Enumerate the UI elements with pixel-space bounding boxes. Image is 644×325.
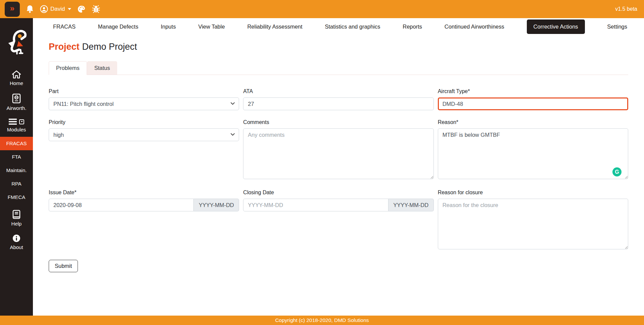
nav-item-manage-defects[interactable]: Manage Defects <box>98 24 138 30</box>
nav-item-statistics-and-graphics[interactable]: Statistics and graphics <box>325 24 380 30</box>
nav-item-corrective-actions[interactable]: Corrective Actions <box>527 19 585 34</box>
sidebar-item-label: Help <box>11 221 22 227</box>
sidebar-item-about[interactable]: About <box>0 231 33 254</box>
nav-item-reports[interactable]: Reports <box>403 24 422 30</box>
nav-item-view-table[interactable]: View Table <box>198 24 225 30</box>
top-bar: » David v1.5 beta <box>0 0 644 18</box>
field-ata: ATA <box>243 88 433 110</box>
sidebar-item-label: Modules <box>7 127 26 132</box>
field-part: Part PN11: Pitch flight control <box>49 88 239 110</box>
ata-input[interactable] <box>243 97 433 110</box>
sidebar-item-label: About <box>10 244 23 250</box>
sidebar-item-label: RPA <box>11 181 21 187</box>
sidebar-item-label: FTA <box>12 154 21 160</box>
book-icon <box>12 210 21 219</box>
page-title-prefix: Project <box>49 42 80 52</box>
comments-label: Comments <box>243 119 433 125</box>
sidebar-item-label: Home <box>10 80 23 86</box>
passport-icon <box>12 93 21 104</box>
grammarly-icon[interactable]: G <box>612 167 622 176</box>
comments-textarea[interactable] <box>243 128 433 179</box>
nav-item-reliability-assessment[interactable]: Reliability Assessment <box>247 24 302 30</box>
footer: Copyright (c) 2018-2020, DMD Solutions <box>0 316 644 325</box>
dropdown-caret-icon[interactable] <box>19 119 24 124</box>
tab-problems[interactable]: Problems <box>49 61 87 75</box>
sidebar-item-help[interactable]: Help <box>0 207 33 231</box>
sidebar-item-rpa[interactable]: RPA <box>0 177 33 191</box>
nav-item-fracas[interactable]: FRACAS <box>53 24 76 30</box>
sidebar-item-label: Maintain. <box>6 167 27 173</box>
sidebar: Home Airworth. Modules FRACAS FTA Mainta… <box>0 18 33 316</box>
bug-icon <box>92 5 100 13</box>
closing-date-label: Closing Date <box>243 190 433 196</box>
debug-button[interactable] <box>92 5 100 13</box>
tab-status[interactable]: Status <box>87 61 118 75</box>
field-closing-date: Closing Date YYYY-MM-DD <box>243 190 433 211</box>
palette-icon <box>77 5 86 13</box>
sidebar-item-home[interactable]: Home <box>0 67 33 90</box>
problem-form: Part PN11: Pitch flight control ATA Airc… <box>49 88 628 272</box>
sidebar-item-fracas[interactable]: FRACAS <box>0 137 33 150</box>
submit-row: Submit <box>49 260 239 272</box>
closing-date-input[interactable] <box>243 199 388 211</box>
main-area: FRACAS Manage Defects Inputs View Table … <box>33 18 644 316</box>
version-label: v1.5 beta <box>615 6 637 12</box>
bell-icon <box>26 5 34 13</box>
sidebar-item-airworthiness[interactable]: Airworth. <box>0 90 33 115</box>
field-priority: Priority high <box>49 119 239 141</box>
closing-date-format-addon: YYYY-MM-DD <box>388 199 434 211</box>
closure-reason-textarea[interactable] <box>438 199 628 249</box>
field-aircraft-type: Aircraft Type* <box>438 88 628 110</box>
priority-select[interactable]: high <box>49 128 239 141</box>
sidebar-item-modules[interactable]: Modules <box>0 115 33 137</box>
sidebar-item-fta[interactable]: FTA <box>0 150 33 164</box>
nav-item-settings[interactable]: Settings <box>607 24 627 30</box>
field-closure-reason: Reason for closure <box>438 190 628 251</box>
part-label: Part <box>49 88 239 94</box>
nav-item-inputs[interactable]: Inputs <box>161 24 176 30</box>
theme-button[interactable] <box>77 5 86 13</box>
field-issue-date: Issue Date* YYYY-MM-DD <box>49 190 239 211</box>
part-select[interactable]: PN11: Pitch flight control <box>49 97 239 110</box>
user-icon <box>40 5 48 13</box>
tab-strip: Problems Status <box>49 61 628 75</box>
home-icon <box>12 70 21 79</box>
sidebar-item-label: FRACAS <box>6 140 27 146</box>
issue-date-label: Issue Date* <box>49 190 239 196</box>
nav-item-continued-airworthiness[interactable]: Continued Airworthiness <box>445 24 504 30</box>
field-reason: Reason* MTBF is below GMTBF G <box>438 119 628 180</box>
caret-down-icon <box>68 8 71 10</box>
sidebar-item-fmeca[interactable]: FMECA <box>0 191 33 204</box>
aircraft-type-label: Aircraft Type* <box>438 88 628 94</box>
ata-label: ATA <box>243 88 433 94</box>
user-menu[interactable]: David <box>40 5 71 13</box>
priority-label: Priority <box>49 119 239 125</box>
app-logo[interactable] <box>4 28 29 56</box>
logo-bird-icon <box>4 28 29 56</box>
menu-icon <box>9 118 17 125</box>
collapse-chevrons-icon: » <box>10 4 14 12</box>
closure-reason-label: Reason for closure <box>438 190 628 196</box>
issue-date-format-addon: YYYY-MM-DD <box>194 199 239 211</box>
field-comments: Comments <box>243 119 433 180</box>
info-icon <box>12 234 21 243</box>
page-content: ProjectDemo Project Problems Status Part… <box>33 42 644 272</box>
aircraft-type-input[interactable] <box>438 97 628 110</box>
module-nav: FRACAS Manage Defects Inputs View Table … <box>33 18 644 35</box>
copyright-text: Copyright (c) 2018-2020, DMD Solutions <box>275 317 369 323</box>
sidebar-item-label: FMECA <box>8 194 26 200</box>
reason-textarea[interactable]: MTBF is below GMTBF <box>438 128 628 179</box>
sidebar-item-maintain[interactable]: Maintain. <box>0 164 33 177</box>
submit-button[interactable]: Submit <box>49 260 78 272</box>
notifications-button[interactable] <box>26 5 34 13</box>
user-name: David <box>50 6 65 12</box>
page-title-name: Demo Project <box>82 42 137 52</box>
issue-date-input[interactable] <box>49 199 194 211</box>
reason-label: Reason* <box>438 119 628 125</box>
page-title: ProjectDemo Project <box>49 42 628 52</box>
sidebar-item-label: Airworth. <box>6 105 26 111</box>
sidebar-expand-button[interactable]: » <box>5 2 20 17</box>
